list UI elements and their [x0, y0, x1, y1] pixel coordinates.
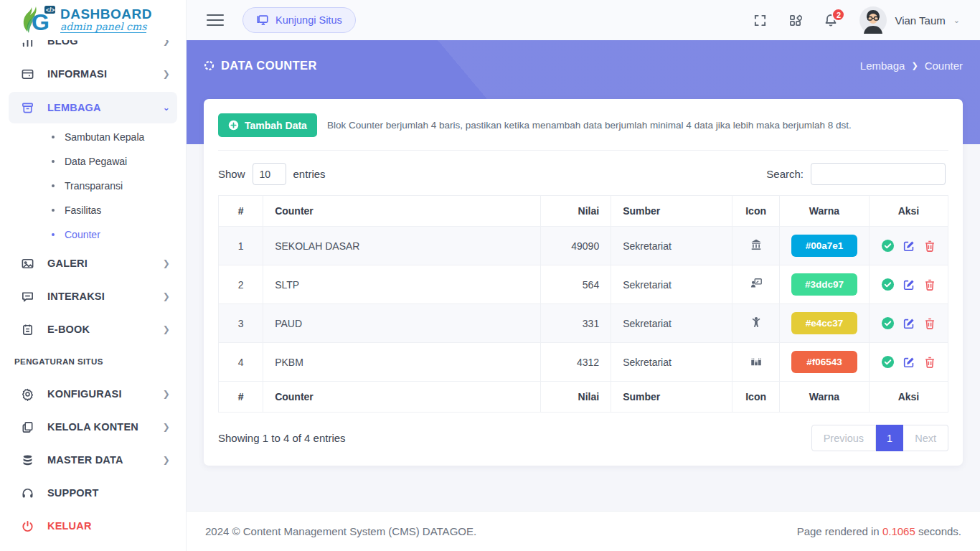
- col-footer-counter: Counter: [263, 382, 541, 413]
- sidebar-item-interaksi[interactable]: INTERAKSI ❯: [0, 280, 186, 313]
- col-footer-nilai: Nilai: [541, 382, 611, 413]
- sidebar-item-lembaga[interactable]: LEMBAGA ⌄: [9, 92, 177, 123]
- sidebar-item-label: SUPPORT: [47, 487, 99, 499]
- edit-button[interactable]: [903, 240, 915, 253]
- col-header-icon[interactable]: Icon: [732, 196, 780, 227]
- headphones-icon: [20, 486, 34, 500]
- sidebar-item-informasi[interactable]: INFORMASI ❯: [0, 57, 186, 90]
- col-footer-warna: Warna: [779, 382, 869, 413]
- render-time-value: 0.1065: [882, 525, 915, 537]
- copy-pages-icon: [20, 420, 34, 434]
- counter-source: Sekretariat: [611, 265, 732, 304]
- col-header-warna[interactable]: Warna: [779, 196, 869, 227]
- sidebar-item-galeri[interactable]: GALERI ❯: [0, 247, 186, 280]
- user-menu[interactable]: Vian Taum ⌄: [859, 6, 960, 34]
- breadcrumb-parent[interactable]: Lembaga: [860, 60, 905, 72]
- avatar: [859, 6, 887, 34]
- sidebar-item-label: INTERAKSI: [47, 291, 105, 302]
- search-input[interactable]: [811, 163, 946, 185]
- sidebar-item-konfigurasi[interactable]: KONFIGURASI ❯: [0, 377, 186, 410]
- counter-source: Sekretariat: [611, 343, 732, 382]
- sidebar-item-label: LEMBAGA: [47, 102, 101, 113]
- chevron-right-icon: ❯: [163, 422, 170, 432]
- color-badge: #e4cc37: [791, 312, 857, 334]
- visit-site-button[interactable]: Kunjungi Situs: [242, 7, 356, 33]
- counter-name: SLTP: [263, 265, 541, 304]
- pagination-next-button[interactable]: Next: [903, 425, 948, 451]
- delete-button[interactable]: [923, 278, 936, 291]
- delete-button[interactable]: [923, 317, 936, 330]
- submenu-label: Sambutan Kepala: [65, 131, 144, 143]
- sidebar-item-keluar[interactable]: KELUAR: [0, 509, 186, 542]
- monitor-icon: [256, 14, 269, 27]
- edit-button[interactable]: [903, 317, 915, 330]
- fullscreen-icon[interactable]: [753, 14, 767, 27]
- sidebar-item-label: KELOLA KONTEN: [47, 421, 138, 433]
- sidebar-item-label: MASTER DATA: [47, 454, 123, 466]
- apps-grid-icon[interactable]: [788, 14, 802, 27]
- color-badge: #f06543: [791, 351, 857, 373]
- counter-source: Sekretariat: [611, 227, 732, 265]
- submenu-item-transparansi[interactable]: Transparansi: [0, 174, 186, 198]
- sidebar-item-label: INFORMASI: [47, 68, 107, 80]
- image-icon: [20, 256, 34, 270]
- search-label: Search:: [766, 168, 804, 180]
- show-label: Show: [218, 168, 245, 180]
- bullet-icon: [52, 209, 55, 212]
- col-footer-aksi: Aksi: [869, 382, 948, 413]
- submenu-item-sambutan-kepala[interactable]: Sambutan Kepala: [0, 125, 186, 149]
- counter-value: 331: [541, 304, 611, 343]
- pagination-previous-button[interactable]: Previous: [811, 425, 876, 451]
- lembaga-submenu: Sambutan Kepala Data Pegawai Transparans…: [0, 125, 186, 247]
- power-icon: [20, 519, 34, 533]
- status-active-button[interactable]: [881, 278, 895, 291]
- visit-site-label: Kunjungi Situs: [275, 14, 342, 26]
- sidebar-item-kelola-konten[interactable]: KELOLA KONTEN ❯: [0, 410, 186, 443]
- brand-mark-icon: G </>: [19, 4, 56, 36]
- pagination-page-1-button[interactable]: 1: [876, 425, 903, 451]
- color-badge: #3ddc97: [791, 273, 857, 296]
- chevron-right-icon: ❯: [163, 455, 170, 465]
- page-content: DATA COUNTER Lembaga ❯ Counter Tambah Da…: [187, 40, 980, 511]
- brand-logo[interactable]: G </> DASHBOARD admin panel cms: [0, 0, 186, 40]
- sidebar-toggle-icon[interactable]: [207, 11, 224, 29]
- status-active-button[interactable]: [881, 316, 895, 330]
- edit-button[interactable]: [903, 356, 915, 369]
- notifications-bell-icon[interactable]: 2: [824, 13, 838, 27]
- col-header-nilai[interactable]: Nilai: [541, 196, 611, 227]
- col-footer-sumber: Sumber: [611, 382, 732, 413]
- delete-button[interactable]: [923, 356, 936, 369]
- table-row: 1 SEKOLAH DASAR 49090 Sekretariat #00a7e…: [219, 227, 948, 265]
- col-header-no[interactable]: #: [219, 196, 263, 227]
- delete-button[interactable]: [923, 240, 936, 253]
- submenu-item-counter[interactable]: Counter: [0, 222, 186, 247]
- submenu-item-fasilitas[interactable]: Fasilitas: [0, 198, 186, 222]
- col-header-counter[interactable]: Counter: [263, 196, 541, 227]
- status-active-button[interactable]: [881, 355, 895, 369]
- main-area: Kunjungi Situs 2: [187, 0, 980, 551]
- add-data-button[interactable]: Tambah Data: [218, 113, 317, 137]
- chat-icon: [20, 289, 34, 303]
- counter-help-text: Blok Counter berjumlah 4 baris, pastikan…: [327, 120, 852, 131]
- chevron-right-icon: ❯: [163, 69, 170, 79]
- sidebar-item-master-data[interactable]: MASTER DATA ❯: [0, 443, 186, 476]
- col-header-aksi[interactable]: Aksi: [869, 196, 948, 227]
- sidebar-item-ebook[interactable]: E-BOOK ❯: [0, 313, 186, 346]
- add-data-label: Tambah Data: [245, 120, 307, 131]
- sidebar: BLOG ❯ INFORMASI ❯ LEMBAGA ⌄ Sambutan Ke…: [0, 0, 187, 551]
- submenu-label: Transparansi: [65, 180, 123, 192]
- col-header-sumber[interactable]: Sumber: [611, 196, 732, 227]
- counter-source: Sekretariat: [611, 304, 732, 343]
- sidebar-item-support[interactable]: SUPPORT: [0, 476, 186, 509]
- sidebar-item-label: KONFIGURASI: [47, 388, 122, 400]
- page-length-select[interactable]: 10: [253, 163, 286, 185]
- col-footer-no: #: [219, 382, 263, 413]
- edit-button[interactable]: [903, 278, 915, 291]
- col-footer-icon: Icon: [732, 382, 780, 413]
- table-footer-row: # Counter Nilai Sumber Icon Warna Aksi: [219, 382, 948, 413]
- submenu-item-data-pegawai[interactable]: Data Pegawai: [0, 149, 186, 174]
- status-active-button[interactable]: [881, 239, 895, 253]
- bullet-icon: [52, 233, 55, 236]
- bank-icon: [732, 227, 780, 265]
- table-summary: Showing 1 to 4 of 4 entries: [218, 432, 346, 444]
